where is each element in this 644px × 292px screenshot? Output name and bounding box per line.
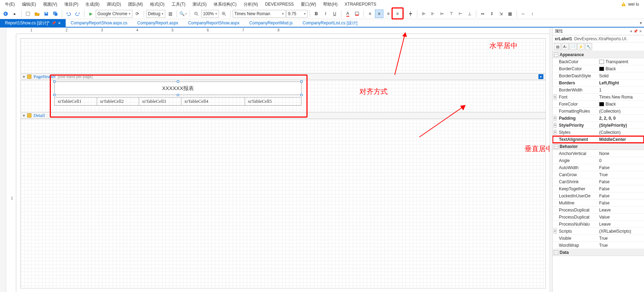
undo-button[interactable] xyxy=(64,10,73,18)
expand-icon[interactable]: + xyxy=(554,123,556,127)
zoom-out-button[interactable]: 🔍− xyxy=(179,10,187,18)
property-row[interactable]: TextAlignmentMiddleCenter xyxy=(553,136,644,143)
align-lefts-button[interactable]: ⊫ xyxy=(419,10,428,18)
property-row[interactable]: AutoWidthFalse xyxy=(553,164,644,171)
property-value[interactable]: Black xyxy=(598,66,644,71)
pageheader-band-header[interactable]: ▾ PageHeader [one band per page] ▸ xyxy=(21,73,545,80)
property-value[interactable]: False xyxy=(598,165,644,170)
selected-object-row[interactable]: xrLabel1 DevExpress.XtraReports.UI. xyxy=(553,35,644,42)
menu-analyze[interactable]: 分析(N) xyxy=(240,1,262,8)
align-bottoms-button[interactable]: ⊥ xyxy=(465,10,474,18)
fill-color-button[interactable] xyxy=(353,10,361,18)
italic-button[interactable]: I xyxy=(321,10,330,18)
design-surface[interactable]: ▾ PageHeader [one band per page] ▸ XXXXX… xyxy=(20,38,546,288)
nav-back-button[interactable] xyxy=(1,10,10,18)
property-row[interactable]: AnchorVerticalNone xyxy=(553,150,644,157)
property-row[interactable]: CanGrowTrue xyxy=(553,171,644,178)
align-left-button[interactable]: ≡ xyxy=(366,10,374,18)
xrlabel-title[interactable]: XXXXXX报表 xyxy=(54,82,302,95)
align-centers-button[interactable]: ⊩ xyxy=(429,10,437,18)
menu-architecture[interactable]: 体系结构(C) xyxy=(210,1,240,8)
user-name[interactable]: wei lu xyxy=(628,2,639,7)
resize-handle[interactable] xyxy=(53,81,55,83)
resize-handle[interactable] xyxy=(53,94,55,96)
menu-format[interactable]: 格式(O) xyxy=(147,1,168,8)
menu-edit[interactable]: 编辑(E) xyxy=(18,1,40,8)
tab-companyreport-aspx[interactable]: CompanyReport.aspx xyxy=(132,19,183,26)
property-row[interactable]: BackColorTransparent xyxy=(553,58,644,65)
property-value[interactable]: Times New Roma xyxy=(598,95,644,100)
property-row[interactable]: CanShrinkFalse xyxy=(553,178,644,185)
menu-view[interactable]: 视图(V) xyxy=(40,1,61,8)
alphabetical-button[interactable]: A↓ xyxy=(562,43,569,50)
property-row[interactable]: ProcessDuplicatValue xyxy=(553,214,644,221)
collapse-icon[interactable]: − xyxy=(554,53,558,57)
same-height-button[interactable]: ⇕ xyxy=(488,10,496,18)
align-right-button[interactable]: ≡ xyxy=(384,10,393,18)
close-icon[interactable]: ✕ xyxy=(58,21,61,25)
category-appearance[interactable]: −Appearance xyxy=(553,51,644,58)
tab-companyreportshow-cs[interactable]: CompanyReportShow.aspx.cs xyxy=(66,19,132,26)
properties-button[interactable]: 📄 xyxy=(570,43,577,50)
align-justify-button[interactable]: ≡ xyxy=(393,10,402,18)
property-row[interactable]: LockedInUserDeFalse xyxy=(553,192,644,199)
pin-icon[interactable]: 📌 xyxy=(52,21,56,25)
property-value[interactable]: Left,Right xyxy=(598,81,644,85)
zoom-out-2-button[interactable] xyxy=(192,10,201,18)
same-size-button[interactable]: ⇲ xyxy=(497,10,505,18)
resize-handle[interactable] xyxy=(177,81,179,83)
hspace-button[interactable]: ↔ xyxy=(519,10,527,18)
collapse-icon[interactable]: − xyxy=(554,250,558,255)
property-value[interactable]: Transparent xyxy=(598,59,644,64)
zoom-in-button[interactable] xyxy=(220,10,228,18)
menu-build[interactable]: 生成(B) xyxy=(82,1,103,8)
menu-devexpress[interactable]: DEVEXPRESS xyxy=(262,1,297,7)
property-value[interactable]: False xyxy=(598,179,644,184)
menu-project[interactable]: 项目(P) xyxy=(61,1,82,8)
table-cell[interactable]: xrTableCell4 xyxy=(181,97,245,106)
property-value[interactable]: Leave xyxy=(598,222,644,227)
property-value[interactable]: Black xyxy=(598,102,644,107)
bold-button[interactable]: B xyxy=(312,10,321,18)
property-value[interactable]: (Collection) xyxy=(598,130,644,135)
property-row[interactable]: +FontTimes New Roma xyxy=(553,94,644,101)
vspace-button[interactable]: ↕ xyxy=(528,10,537,18)
font-select[interactable]: Times New Roman▾ xyxy=(233,10,286,18)
events-button[interactable]: ⚡ xyxy=(577,43,584,50)
property-row[interactable]: ProcessDuplicatLeave xyxy=(553,207,644,214)
property-grid[interactable]: −Appearance BackColorTransparentBorderCo… xyxy=(553,51,644,292)
property-row[interactable]: FormattingRules(Collection) xyxy=(553,108,644,115)
property-row[interactable]: +Scripts(XRLabelScripts) xyxy=(553,228,644,235)
new-item-button[interactable] xyxy=(24,10,32,18)
menu-team[interactable]: 团队(M) xyxy=(125,1,147,8)
zoom-select[interactable]: 100%▾ xyxy=(201,10,219,18)
property-row[interactable]: ForeColorBlack xyxy=(553,101,644,108)
expand-icon[interactable]: + xyxy=(554,116,556,120)
property-value[interactable]: True xyxy=(598,172,644,177)
dropdown-icon[interactable]: ▾ xyxy=(630,29,632,33)
property-value[interactable]: False xyxy=(598,201,644,205)
tab-overflow-button[interactable]: ▾ xyxy=(638,20,644,25)
save-button[interactable] xyxy=(42,10,50,18)
left-tool-strip[interactable] xyxy=(0,28,6,292)
property-value[interactable]: Value xyxy=(598,215,644,220)
tab-report1show[interactable]: Report1Show.cs [设计]*📌✕ xyxy=(0,19,66,27)
splitter[interactable] xyxy=(549,28,552,292)
menu-debug[interactable]: 调试(D) xyxy=(103,1,125,8)
collapse-icon[interactable]: ▾ xyxy=(23,75,25,79)
underline-button[interactable]: U xyxy=(330,10,339,18)
tab-companyreportshow-aspx[interactable]: CompanyReportShow.aspx xyxy=(183,19,244,26)
pin-icon[interactable]: 📌 xyxy=(633,29,638,33)
property-value[interactable]: Leave xyxy=(598,208,644,213)
property-value[interactable]: False xyxy=(598,186,644,191)
property-row[interactable]: BorderWidth1 xyxy=(553,87,644,94)
align-center-button[interactable]: ≡ xyxy=(375,10,383,18)
property-row[interactable]: VisibleTrue xyxy=(553,235,644,242)
category-behavior[interactable]: −Behavior xyxy=(553,143,644,150)
property-value[interactable]: 2, 2, 0, 0 xyxy=(598,116,644,121)
property-value[interactable]: False xyxy=(598,193,644,198)
table-cell[interactable]: xrTableCell1 xyxy=(55,97,97,106)
expand-icon[interactable]: + xyxy=(554,95,556,99)
expand-icon[interactable]: + xyxy=(554,130,556,135)
properties-title-bar[interactable]: 属性 ▾📌✕ xyxy=(553,28,644,35)
